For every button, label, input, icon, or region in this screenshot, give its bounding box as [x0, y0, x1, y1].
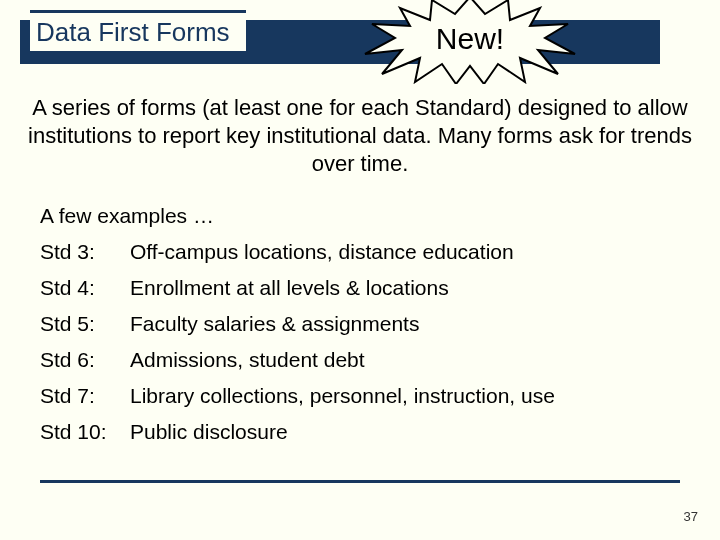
table-row: Std 5: Faculty salaries & assignments: [40, 312, 555, 336]
std-desc: Library collections, personnel, instruct…: [130, 384, 555, 408]
std-label: Std 7:: [40, 384, 130, 408]
examples-heading: A few examples …: [40, 204, 214, 228]
title-box: Data First Forms: [30, 10, 246, 54]
table-row: Std 3: Off-campus locations, distance ed…: [40, 240, 555, 264]
std-desc: Public disclosure: [130, 420, 288, 444]
divider: [40, 480, 680, 483]
std-label: Std 6:: [40, 348, 130, 372]
std-label: Std 4:: [40, 276, 130, 300]
page-number: 37: [684, 509, 698, 524]
std-desc: Enrollment at all levels & locations: [130, 276, 449, 300]
examples-table: Std 3: Off-campus locations, distance ed…: [40, 240, 555, 456]
burst-badge: New!: [360, 0, 580, 84]
std-label: Std 5:: [40, 312, 130, 336]
std-label: Std 10:: [40, 420, 130, 444]
table-row: Std 10: Public disclosure: [40, 420, 555, 444]
std-desc: Faculty salaries & assignments: [130, 312, 419, 336]
table-row: Std 4: Enrollment at all levels & locati…: [40, 276, 555, 300]
burst-label: New!: [360, 0, 580, 84]
table-row: Std 7: Library collections, personnel, i…: [40, 384, 555, 408]
table-row: Std 6: Admissions, student debt: [40, 348, 555, 372]
std-desc: Off-campus locations, distance education: [130, 240, 514, 264]
slide: Data First Forms New! A series of forms …: [0, 0, 720, 540]
slide-title: Data First Forms: [36, 17, 230, 48]
std-desc: Admissions, student debt: [130, 348, 365, 372]
intro-text: A series of forms (at least one for each…: [20, 94, 700, 178]
std-label: Std 3:: [40, 240, 130, 264]
